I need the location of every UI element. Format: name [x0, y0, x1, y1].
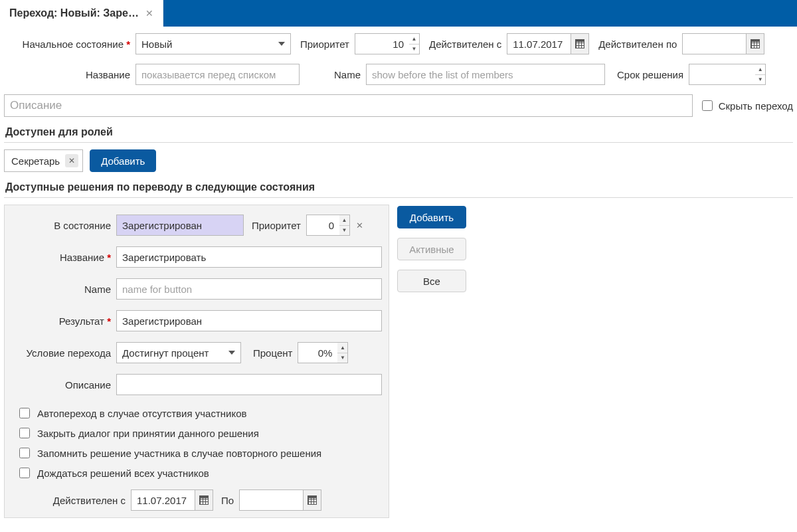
decision-title-input[interactable]: [116, 246, 382, 268]
decision-valid-from[interactable]: [131, 489, 213, 511]
divider: [4, 142, 793, 143]
condition-select[interactable]: Достигнут процент: [116, 342, 241, 363]
calendar-icon[interactable]: [195, 489, 213, 511]
checkbox-wait-all[interactable]: Дождаться решений всех участников: [11, 466, 382, 480]
tab-transition[interactable]: Переход: Новый: Заре… ✕: [0, 0, 163, 27]
calendar-icon[interactable]: [303, 489, 321, 511]
valid-to-input[interactable]: [682, 33, 746, 54]
label-name-en: Name: [326, 69, 366, 80]
checkbox[interactable]: [19, 448, 30, 458]
active-filter-button[interactable]: Активные: [397, 238, 466, 260]
tab-title: Переход: Новый: Заре…: [9, 7, 139, 19]
to-state-value: Зарегистрирован: [122, 220, 202, 231]
checkbox-close-dialog[interactable]: Закрыть диалог при принятии данного реше…: [11, 426, 382, 440]
deadline-input[interactable]: [689, 64, 755, 85]
deadline-stepper[interactable]: ▲▼: [689, 64, 766, 85]
label-valid-to-short: По: [221, 495, 239, 506]
decision-valid-to-input[interactable]: [239, 489, 303, 511]
description-input[interactable]: Описание: [4, 94, 693, 117]
label-priority: Приоритет: [300, 39, 355, 50]
valid-to-date[interactable]: [682, 33, 764, 54]
label-initial-state: Начальное состояние *: [4, 39, 135, 50]
calendar-icon[interactable]: [571, 33, 589, 54]
description-placeholder: Описание: [10, 99, 62, 112]
decision-side-buttons: Добавить Активные Все: [397, 205, 466, 292]
decision-description-input[interactable]: [116, 374, 382, 395]
label-hide-transition: Скрыть переход: [719, 100, 793, 112]
label-description-2: Описание: [11, 379, 116, 391]
decision-valid-to[interactable]: [239, 489, 321, 511]
label-title-ru-2: Название *: [11, 252, 116, 263]
all-filter-button[interactable]: Все: [397, 270, 466, 292]
priority-stepper[interactable]: ▲▼: [355, 33, 420, 54]
condition-value: Достигнут процент: [122, 347, 209, 359]
priority-spinner[interactable]: ▲▼: [409, 33, 420, 54]
label-result: Результат *: [11, 315, 116, 327]
role-tag-label: Секретарь: [11, 155, 60, 167]
checkbox-label: Автопереход в случае отсутствия участник…: [37, 408, 246, 419]
label-percent: Процент: [253, 347, 298, 359]
label-condition: Условие перехода: [11, 347, 116, 359]
add-decision-button[interactable]: Добавить: [397, 206, 466, 228]
label-valid-to: Действителен по: [598, 39, 682, 50]
close-icon[interactable]: ✕: [354, 219, 366, 231]
label-priority-2: Приоритет: [252, 220, 306, 231]
initial-state-select[interactable]: Новый: [135, 33, 291, 54]
initial-state-value: Новый: [141, 39, 172, 50]
name-en-input[interactable]: [366, 64, 605, 85]
checkbox[interactable]: [19, 468, 30, 478]
percent-input[interactable]: [298, 342, 337, 363]
percent-stepper[interactable]: ▲▼: [298, 342, 348, 363]
label-to-state: В состояние: [11, 220, 116, 231]
divider: [4, 197, 793, 198]
label-valid-from-2: Действителен с: [11, 495, 131, 506]
decision-valid-from-input[interactable]: [131, 489, 195, 511]
chevron-down-icon: [278, 42, 285, 46]
decision-panel: В состояние Зарегистрирован Приоритет ▲▼…: [4, 205, 389, 518]
section-roles-header: Доступен для ролей: [5, 126, 793, 138]
hide-transition-checkbox[interactable]: [702, 100, 713, 111]
label-valid-from: Действителен с: [429, 39, 507, 50]
decision-result-input[interactable]: [116, 310, 382, 331]
to-state-select[interactable]: Зарегистрирован: [116, 215, 244, 236]
checkbox-remember-decision[interactable]: Запомнить решение участника в случае пов…: [11, 446, 382, 460]
label-title-ru: Название: [4, 69, 135, 80]
close-icon[interactable]: ✕: [65, 154, 78, 167]
checkbox-label: Дождаться решений всех участников: [37, 468, 209, 479]
close-icon[interactable]: ✕: [144, 7, 155, 19]
decision-name-input[interactable]: [116, 278, 382, 300]
valid-from-input[interactable]: [507, 33, 571, 54]
deadline-spinner[interactable]: ▲▼: [755, 64, 766, 85]
decision-priority-input[interactable]: [306, 215, 339, 236]
priority-input[interactable]: [355, 33, 409, 54]
checkbox[interactable]: [19, 408, 30, 418]
title-ru-input[interactable]: [135, 64, 300, 85]
checkbox-auto-transition[interactable]: Автопереход в случае отсутствия участник…: [11, 406, 382, 420]
role-tag[interactable]: Секретарь ✕: [4, 149, 83, 172]
spinner[interactable]: ▲▼: [337, 342, 348, 363]
checkbox-label: Запомнить решение участника в случае пов…: [37, 448, 321, 459]
checkbox-label: Закрыть диалог при принятии данного реше…: [37, 428, 259, 439]
valid-from-date[interactable]: [507, 33, 589, 54]
add-role-button[interactable]: Добавить: [90, 149, 156, 172]
label-name-en-2: Name: [11, 284, 116, 295]
checkbox[interactable]: [19, 428, 30, 438]
spinner[interactable]: ▲▼: [339, 215, 350, 236]
title-bar: Переход: Новый: Заре… ✕: [0, 0, 797, 27]
label-deadline: Срок решения: [617, 69, 689, 80]
chevron-down-icon: [228, 351, 235, 355]
form-area: Начальное состояние * Новый Приоритет ▲▼…: [0, 27, 797, 522]
section-decisions-header: Доступные решения по переводу в следующи…: [5, 181, 793, 193]
decision-priority-stepper[interactable]: ▲▼: [306, 215, 350, 236]
calendar-icon[interactable]: [746, 33, 764, 54]
